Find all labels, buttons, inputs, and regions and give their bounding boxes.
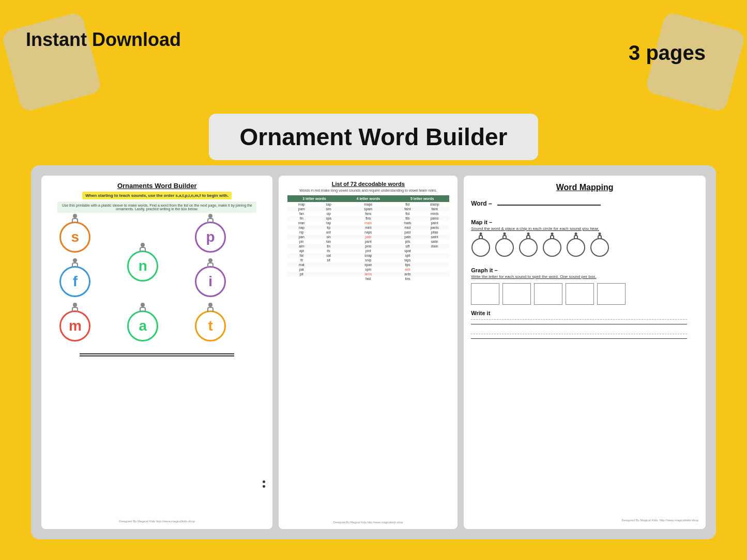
write-line-dashed-1 bbox=[471, 319, 687, 320]
map-ornament-5 bbox=[566, 235, 586, 257]
table-row: aptitspintspat bbox=[287, 248, 449, 253]
ornament-f: f bbox=[57, 261, 93, 302]
dots-area bbox=[263, 480, 265, 488]
ornament-t: t bbox=[193, 306, 228, 346]
col-header-4: 4 letter words bbox=[341, 195, 395, 202]
write-label: Write it bbox=[471, 310, 698, 316]
p3-credit: Designed By Magical Kids, http://www.mag… bbox=[471, 519, 698, 522]
write-line-solid-2 bbox=[471, 338, 687, 339]
table-row: aimtinpinssiftstain bbox=[287, 244, 449, 248]
ornament-p: p bbox=[193, 217, 228, 257]
p3-title: Word Mapping bbox=[471, 183, 698, 192]
table-row: pintanpantpitssatin bbox=[287, 239, 449, 244]
write-lines bbox=[471, 319, 698, 339]
p1-line-2 bbox=[80, 355, 234, 356]
map-ornament-6 bbox=[590, 235, 609, 257]
table-row: nipantnapspastpitas bbox=[287, 230, 449, 235]
graph-box-2 bbox=[502, 283, 531, 305]
ornament-s: s bbox=[57, 217, 93, 257]
write-line-dashed-2 bbox=[471, 334, 687, 334]
table-row: naptipmintmistpants bbox=[287, 225, 449, 230]
p1-credit: Designed By Magical Kids http://www.magi… bbox=[119, 520, 195, 523]
write-line-solid-1 bbox=[471, 324, 687, 324]
map-ornament-2 bbox=[495, 235, 514, 257]
graph-box-4 bbox=[566, 283, 594, 305]
main-title: Ornament Word Builder bbox=[240, 123, 508, 151]
p1-title: Ornaments Word Builder bbox=[117, 182, 197, 190]
map-ornament-4 bbox=[542, 235, 562, 257]
page-preview-2: List of 72 decodable words Words in red … bbox=[279, 176, 458, 529]
p1-instructions: Use this printable with a plastic sleeve… bbox=[57, 201, 256, 213]
table-row: pitaimsants bbox=[287, 272, 449, 276]
table-row: fasttins bbox=[287, 276, 449, 281]
table-row: finspafinsfitspains bbox=[287, 216, 449, 221]
table-row: fatsatsnapspit bbox=[287, 253, 449, 258]
p2-subtitle: Words in red make long vowel sounds and … bbox=[299, 189, 437, 192]
dot-2 bbox=[263, 485, 265, 488]
ornament-i: i bbox=[193, 261, 228, 302]
table-row: patspinanti bbox=[287, 267, 449, 272]
table-row: fansipfansfistmints bbox=[287, 211, 449, 216]
table-row: pamsimspamfaintfaint bbox=[287, 207, 449, 211]
map-ornament-3 bbox=[519, 235, 538, 257]
map-ornament-1 bbox=[471, 235, 491, 257]
content-area: Ornaments Word Builder When starting to … bbox=[31, 165, 716, 539]
graph-box-5 bbox=[597, 283, 626, 305]
graph-box-3 bbox=[534, 283, 562, 305]
instant-download-label: Instant Download bbox=[26, 28, 181, 51]
graph-it-label: Graph it – bbox=[471, 267, 698, 273]
title-banner: Ornament Word Builder bbox=[209, 114, 539, 160]
p1-line-1 bbox=[80, 353, 234, 354]
p2-title: List of 72 decodable words bbox=[332, 181, 405, 187]
col-header-5: 5 letter words bbox=[395, 195, 449, 202]
table-row: mantapmainmatspaint bbox=[287, 221, 449, 225]
page-preview-1: Ornaments Word Builder When starting to … bbox=[41, 176, 272, 529]
word-table: 3 letter words 4 letter words 5 letter w… bbox=[287, 195, 449, 281]
word-section: Word – bbox=[471, 198, 698, 208]
map-instruction: Sound the word & place a chip in each ci… bbox=[471, 226, 698, 231]
table-row: matspantips bbox=[287, 262, 449, 267]
p2-credit: Designed By Magical Kids http://www.magi… bbox=[333, 521, 403, 524]
dot-1 bbox=[263, 480, 265, 483]
p1-subtitle: When starting to teach sounds, use the o… bbox=[82, 192, 232, 199]
word-label: Word – bbox=[471, 200, 492, 207]
corner-decoration-tl bbox=[1, 11, 102, 113]
table-row: pansinpainpatssaint bbox=[287, 235, 449, 239]
map-ornaments bbox=[471, 235, 698, 257]
graph-instruction: Write the letter for each sound to spell… bbox=[471, 274, 698, 279]
graph-boxes bbox=[471, 283, 698, 305]
col-header-3: 3 letter words bbox=[287, 195, 341, 202]
table-row: mapsapmapsfiststamp bbox=[287, 202, 449, 207]
graph-box-1 bbox=[471, 283, 499, 305]
map-it-label: Map it – bbox=[471, 219, 698, 225]
page-preview-3: Word Mapping Word – Map it – Sound the w… bbox=[464, 176, 706, 529]
ornament-n: n bbox=[125, 246, 160, 286]
ornaments-grid: s p f bbox=[57, 217, 256, 346]
ornament-a: a bbox=[125, 306, 160, 346]
pages-label: 3 pages bbox=[629, 41, 706, 65]
word-blank bbox=[497, 205, 601, 206]
ornament-m: m bbox=[57, 306, 93, 346]
table-row: fitsitsniptaps bbox=[287, 258, 449, 262]
